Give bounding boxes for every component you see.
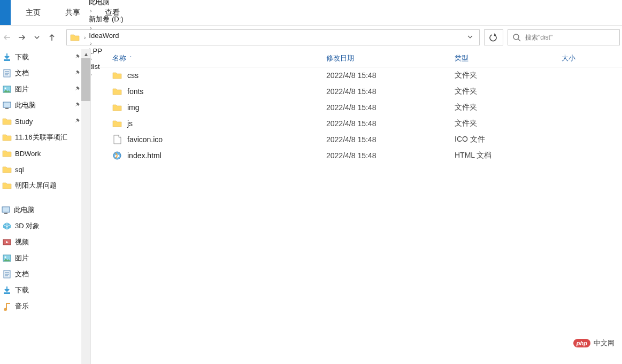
pin-icon <box>74 118 81 126</box>
column-header-type[interactable]: 类型 <box>455 53 562 63</box>
folder-icon <box>2 133 12 142</box>
ribbon-tab-1[interactable]: 共享 <box>63 3 82 23</box>
file-tab[interactable] <box>0 0 11 25</box>
column-headers: 名称 ˄ 修改日期 类型 大小 <box>91 49 622 67</box>
file-row-4[interactable]: favicon.ico2022/4/8 15:48ICO 文件 <box>91 131 622 148</box>
sidebar-scrollbar[interactable]: ▴ <box>81 49 90 364</box>
nav-recent-button[interactable] <box>32 33 42 42</box>
sidebar-item-quick-2[interactable]: 图片 <box>0 81 90 97</box>
file-row-5[interactable]: index.html2022/4/8 15:48HTML 文档 <box>91 148 622 164</box>
search-input[interactable]: 搜索"dist" <box>508 29 620 45</box>
chevron-right-icon: › <box>82 35 88 41</box>
ribbon-tab-0[interactable]: 主页 <box>24 3 43 23</box>
chevron-right-icon: › <box>88 8 94 14</box>
file-list: 名称 ˄ 修改日期 类型 大小 css2022/4/8 15:48文件夹font… <box>91 49 622 364</box>
file-type: 文件夹 <box>455 119 562 128</box>
file-type: 文件夹 <box>455 103 562 112</box>
nav-up-button[interactable] <box>47 33 57 42</box>
watermark-badge: php <box>573 339 590 347</box>
sidebar-item-thispc-2[interactable]: 图片 <box>0 250 90 266</box>
scroll-up-button[interactable]: ▴ <box>81 49 90 58</box>
sidebar-item-label: 11.16关联事项汇 <box>15 133 67 142</box>
sidebar-item-label: 下载 <box>15 285 29 295</box>
sidebar-item-thispc-3[interactable]: 文档 <box>0 266 90 282</box>
breadcrumb-1[interactable]: 新加卷 (D:) <box>88 14 124 24</box>
breadcrumb-4[interactable]: dist <box>88 63 124 71</box>
sidebar-item-quick-4[interactable]: Study <box>0 113 90 129</box>
file-date: 2022/4/8 15:48 <box>326 135 455 144</box>
folder-icon <box>112 87 122 96</box>
breadcrumb-3[interactable]: LPP <box>88 47 124 55</box>
refresh-button[interactable] <box>484 29 503 45</box>
sidebar-item-thispc-5[interactable]: 音乐 <box>0 298 90 314</box>
file-name: index.html <box>127 151 162 160</box>
sidebar-item-quick-6[interactable]: BDWork <box>0 145 90 161</box>
sidebar-item-thispc-4[interactable]: 下载 <box>0 282 90 298</box>
navigation-sidebar: 下载文档图片此电脑Study11.16关联事项汇BDWorksql朝阳大屏问题 … <box>0 49 91 364</box>
sidebar-item-thispc-0[interactable]: 3D 对象 <box>0 218 90 234</box>
watermark: php 中文网 <box>573 338 615 348</box>
document-icon <box>2 269 12 279</box>
sidebar-item-label: 此电脑 <box>15 100 36 110</box>
file-date: 2022/4/8 15:48 <box>326 103 455 112</box>
breadcrumb-2[interactable]: IdeaWord <box>88 32 124 40</box>
sidebar-item-quick-3[interactable]: 此电脑 <box>0 97 90 113</box>
folder-icon <box>2 149 12 158</box>
music-icon <box>2 301 12 311</box>
sidebar-item-label: BDWork <box>15 150 41 158</box>
search-placeholder: 搜索"dist" <box>525 33 552 42</box>
column-header-name[interactable]: 名称 ˄ <box>91 53 326 63</box>
sidebar-item-label: 3D 对象 <box>15 221 40 231</box>
pin-icon <box>74 102 81 110</box>
document-icon <box>2 68 12 78</box>
pin-icon <box>74 69 81 78</box>
download-icon <box>2 285 12 295</box>
sidebar-item-quick-1[interactable]: 文档 <box>0 65 90 81</box>
file-date: 2022/4/8 15:48 <box>326 119 455 128</box>
address-dropdown-button[interactable] <box>464 34 476 41</box>
file-row-0[interactable]: css2022/4/8 15:48文件夹 <box>91 67 622 83</box>
breadcrumb-0[interactable]: 此电脑 <box>88 0 124 7</box>
file-row-1[interactable]: fonts2022/4/8 15:48文件夹 <box>91 83 622 99</box>
column-header-size[interactable]: 大小 <box>562 53 599 63</box>
file-type: 文件夹 <box>455 71 562 80</box>
file-name: js <box>127 119 133 128</box>
sidebar-section-thispc[interactable]: 此电脑 <box>0 202 90 218</box>
file-name: css <box>127 71 139 80</box>
file-row-3[interactable]: js2022/4/8 15:48文件夹 <box>91 115 622 131</box>
sidebar-item-quick-0[interactable]: 下载 <box>0 49 90 65</box>
file-date: 2022/4/8 15:48 <box>326 71 455 80</box>
html-icon <box>112 151 122 160</box>
folder-icon <box>70 33 80 42</box>
folder-icon <box>2 165 12 174</box>
folder-icon <box>112 119 122 128</box>
scrollbar-thumb[interactable] <box>81 58 90 101</box>
pc-icon <box>1 205 11 215</box>
sidebar-item-quick-5[interactable]: 11.16关联事项汇 <box>0 129 90 145</box>
refresh-icon <box>489 33 498 42</box>
3d-icon <box>2 221 12 231</box>
nav-back-button[interactable] <box>2 33 12 42</box>
sidebar-item-label: Study <box>15 118 33 126</box>
video-icon <box>2 237 12 247</box>
sidebar-item-label: 音乐 <box>15 301 29 311</box>
address-bar[interactable]: › 此电脑›新加卷 (D:)›IdeaWord›LPP›dist› <box>66 29 480 45</box>
sidebar-item-label: 文档 <box>15 269 29 279</box>
chevron-right-icon: › <box>88 41 94 47</box>
sidebar-item-label: 视频 <box>15 237 29 247</box>
folder-icon <box>112 103 122 112</box>
sidebar-item-quick-8[interactable]: 朝阳大屏问题 <box>0 177 90 193</box>
file-row-2[interactable]: img2022/4/8 15:48文件夹 <box>91 99 622 115</box>
file-date: 2022/4/8 15:48 <box>326 87 455 96</box>
sidebar-item-quick-7[interactable]: sql <box>0 161 90 177</box>
file-icon <box>112 135 122 144</box>
sidebar-item-thispc-1[interactable]: 视频 <box>0 234 90 250</box>
address-bar-row: › 此电脑›新加卷 (D:)›IdeaWord›LPP›dist› 搜索"dis… <box>0 26 622 49</box>
pc-icon <box>2 100 12 110</box>
pin-icon <box>74 53 81 61</box>
nav-forward-button[interactable] <box>17 33 27 42</box>
file-name: img <box>127 103 140 112</box>
folder-icon <box>2 181 12 190</box>
pin-icon <box>74 86 81 94</box>
column-header-date[interactable]: 修改日期 <box>326 53 455 63</box>
